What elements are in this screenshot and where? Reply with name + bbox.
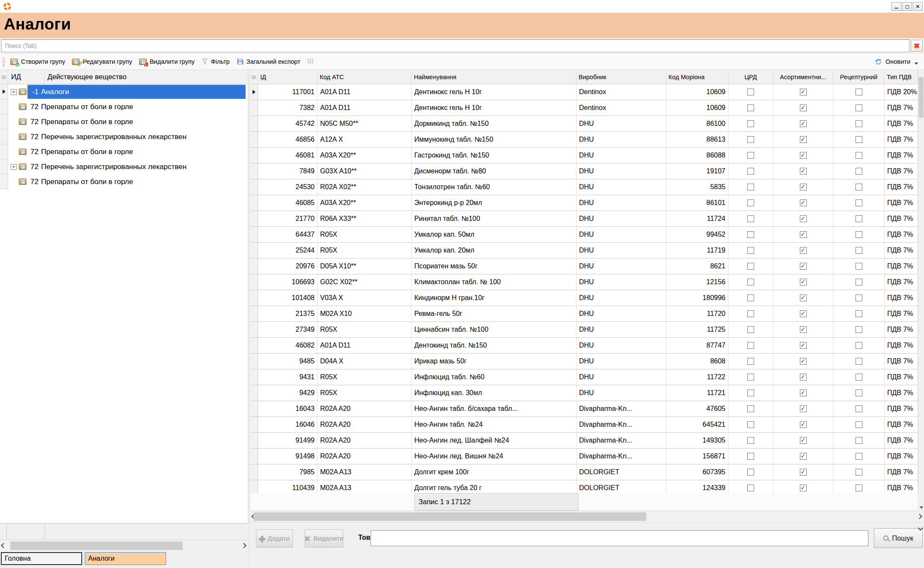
table-row[interactable]: 45742 N05C M50** Дормикинд табл. №150 DH… [250, 116, 918, 132]
assortment-checkbox[interactable] [800, 263, 807, 270]
crd-checkbox[interactable] [747, 279, 754, 285]
crd-checkbox[interactable] [747, 247, 754, 254]
assortment-checkbox[interactable] [800, 342, 807, 349]
column-header-atc[interactable]: Код АТС [318, 70, 412, 84]
column-header-id[interactable]: ІД [258, 70, 318, 84]
crd-checkbox[interactable] [747, 184, 754, 190]
column-chooser-button[interactable] [304, 57, 317, 66]
tree-item[interactable]: 72 Препараты от боли в горле [27, 115, 246, 129]
assortment-checkbox[interactable] [800, 215, 807, 222]
crd-checkbox[interactable] [747, 485, 754, 491]
filter-button[interactable]: Фільтр [198, 57, 233, 67]
scroll-right-icon[interactable] [241, 543, 247, 548]
crd-checkbox[interactable] [747, 120, 754, 127]
refresh-button[interactable]: Оновити [871, 57, 924, 67]
prescription-checkbox[interactable] [856, 421, 862, 428]
prescription-checkbox[interactable] [856, 453, 862, 460]
crd-checkbox[interactable] [747, 421, 754, 428]
table-row[interactable]: 91499 R02A A20 Нео-Ангин лед. Шалфей №24… [250, 433, 918, 449]
scroll-left-icon[interactable] [1, 543, 6, 548]
column-header-prescription[interactable]: Рецептурний [833, 70, 885, 84]
assortment-checkbox[interactable] [800, 247, 807, 254]
tree-item[interactable]: 72 Перечень зарегистрированных лекарстве… [27, 130, 246, 144]
tree-item[interactable]: 72 Перечень зарегистрированных лекарстве… [27, 160, 246, 174]
tree-item[interactable]: -1 Аналоги [27, 85, 246, 99]
toolbar-drag-handle[interactable] [3, 57, 5, 67]
table-vertical-scrollbar[interactable] [918, 70, 924, 511]
tree-row[interactable]: 72 Перечень зарегистрированных лекарстве… [0, 129, 248, 144]
prescription-checkbox[interactable] [856, 358, 862, 365]
table-row[interactable]: 7985 M02A A13 Долгит крем 100г DOLORGIET… [250, 464, 918, 480]
delete-button[interactable]: Видалити [305, 529, 343, 547]
table-row[interactable]: 20976 D05A X10** Псориатен мазь 50г DHU … [250, 259, 918, 274]
crd-checkbox[interactable] [747, 104, 754, 111]
prescription-checkbox[interactable] [856, 279, 862, 285]
table-row[interactable]: 7849 G03X A10** Дисменорм табл. №80 DHU … [250, 164, 918, 179]
crd-checkbox[interactable] [747, 437, 754, 444]
table-row[interactable]: 21375 M02A X10 Ревма-гель 50г DHU 11720 … [250, 306, 918, 322]
crd-checkbox[interactable] [747, 215, 754, 222]
table-row[interactable]: 9485 D04A X Ирикар мазь 50г DHU 8608 ПДВ… [250, 354, 918, 369]
close-button[interactable]: × [913, 2, 923, 11]
crd-checkbox[interactable] [747, 168, 754, 175]
column-header-producer[interactable]: Виробник [576, 70, 666, 84]
table-row[interactable]: 46082 A01A D11 Дентокинд табл. №150 DHU … [250, 338, 918, 354]
crd-checkbox[interactable] [747, 199, 754, 206]
prescription-checkbox[interactable] [856, 326, 862, 333]
crd-checkbox[interactable] [747, 310, 754, 317]
assortment-checkbox[interactable] [800, 405, 807, 412]
crd-checkbox[interactable] [747, 136, 754, 143]
prescription-checkbox[interactable] [856, 247, 862, 254]
crd-checkbox[interactable] [747, 374, 754, 381]
prescription-checkbox[interactable] [856, 136, 862, 143]
tree-row[interactable]: 72 Перечень зарегистрированных лекарстве… [0, 159, 248, 174]
crd-checkbox[interactable] [747, 342, 754, 349]
delete-group-button[interactable]: - Видалити групу [136, 57, 198, 67]
bottom-tab[interactable]: Головна [1, 552, 82, 565]
table-horizontal-scrollbar[interactable] [250, 511, 924, 522]
scroll-right-icon[interactable] [917, 514, 922, 519]
prescription-checkbox[interactable] [856, 184, 862, 190]
expander-icon[interactable] [11, 89, 17, 95]
crd-checkbox[interactable] [747, 469, 754, 476]
table-corner-cell[interactable] [250, 70, 258, 84]
prescription-checkbox[interactable] [856, 104, 862, 111]
assortment-checkbox[interactable] [800, 136, 807, 143]
table-row[interactable]: 16043 R02A A20 Нео-Ангин табл. б/сахара … [250, 401, 918, 417]
prescription-checkbox[interactable] [856, 437, 862, 444]
export-button[interactable]: Загальний експорт [233, 57, 304, 67]
search-input[interactable] [1, 39, 909, 52]
assortment-checkbox[interactable] [800, 120, 807, 127]
tree-row[interactable]: 72 Препараты от боли в горле [0, 144, 248, 159]
crd-checkbox[interactable] [747, 326, 754, 333]
assortment-checkbox[interactable] [800, 152, 807, 159]
table-row[interactable]: 106693 G02C X02** Климактоплан табл. № 1… [250, 274, 918, 290]
prescription-checkbox[interactable] [856, 294, 862, 301]
scrollbar-thumb[interactable] [254, 512, 646, 521]
scrollbar-thumb[interactable] [919, 77, 924, 118]
crd-checkbox[interactable] [747, 263, 754, 270]
assortment-checkbox[interactable] [800, 421, 807, 428]
scrollbar-thumb[interactable] [10, 541, 183, 550]
table-row[interactable]: 9429 R05X Инфлюцид кап. 30мл DHU 11721 П… [250, 385, 918, 401]
tree-item[interactable]: 72 Препараты от боли в горле [27, 100, 246, 114]
prescription-checkbox[interactable] [856, 152, 862, 159]
prescription-checkbox[interactable] [856, 485, 862, 491]
assortment-checkbox[interactable] [800, 469, 807, 476]
bottom-tab[interactable]: Аналоги [85, 552, 166, 565]
tree-column-header-substance[interactable]: Действующее вещество [45, 70, 248, 84]
assortment-checkbox[interactable] [800, 184, 807, 190]
prescription-checkbox[interactable] [856, 469, 862, 476]
assortment-checkbox[interactable] [800, 437, 807, 444]
table-row[interactable]: 117001 A01A D11 Дентинокс гель Н 10г Den… [250, 84, 918, 100]
edit-group-button[interactable]: Редагувати групу [68, 57, 135, 67]
table-row[interactable]: 21770 R06A X33** Ринитал табл. №100 DHU … [250, 211, 918, 227]
chevron-down-icon[interactable] [915, 62, 918, 65]
table-row[interactable]: 101408 V03A X Киндинорм Н гран.10г DHU 1… [250, 290, 918, 306]
assortment-checkbox[interactable] [800, 168, 807, 175]
prescription-checkbox[interactable] [856, 168, 862, 175]
prescription-checkbox[interactable] [856, 374, 862, 381]
prescription-checkbox[interactable] [856, 310, 862, 317]
assortment-checkbox[interactable] [800, 199, 807, 206]
assortment-checkbox[interactable] [800, 231, 807, 238]
